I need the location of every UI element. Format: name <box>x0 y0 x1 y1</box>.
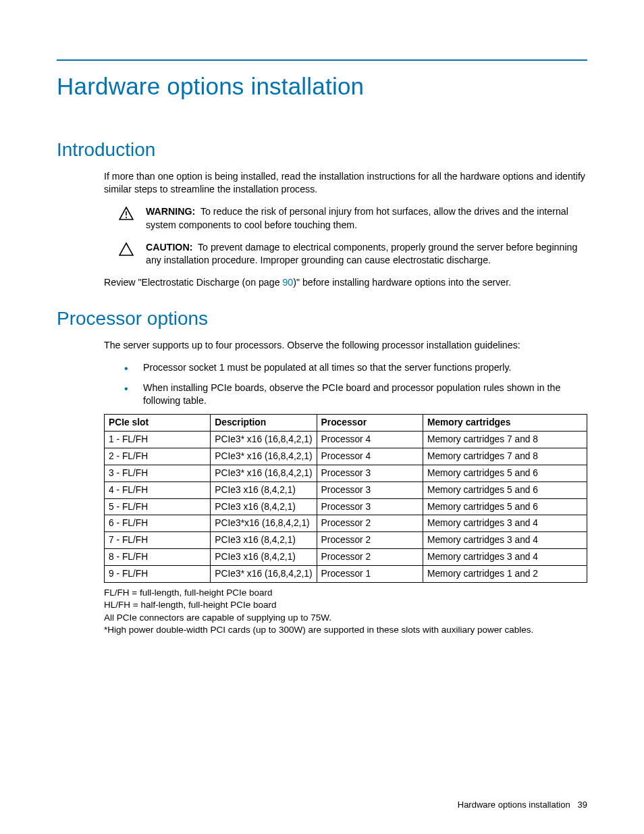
review-after: )" before installing hardware options in… <box>293 277 511 288</box>
table-cell: Memory cartridges 7 and 8 <box>423 431 587 448</box>
footer-title: Hardware options installation <box>458 800 570 810</box>
th-proc: Processor <box>317 414 423 431</box>
table-cell: PCIe3* x16 (16,8,4,2,1) <box>211 448 317 465</box>
table-cell: Processor 3 <box>317 481 423 498</box>
page-link-90[interactable]: 90 <box>282 277 293 288</box>
list-item: Processor socket 1 must be populated at … <box>124 361 587 374</box>
table-cell: 3 - FL/FH <box>105 465 211 481</box>
footnote: FL/FH = full-length, full-height PCIe bo… <box>104 587 587 599</box>
section-processor-heading: Processor options <box>57 308 587 330</box>
table-row: 7 - FL/FHPCIe3 x16 (8,4,2,1)Processor 2M… <box>105 532 587 549</box>
table-cell: Processor 4 <box>317 448 423 465</box>
page-footer: Hardware options installation 39 <box>458 800 587 810</box>
table-cell: Processor 2 <box>317 515 423 532</box>
table-row: 2 - FL/FHPCIe3* x16 (16,8,4,2,1)Processo… <box>105 448 587 465</box>
table-header-row: PCIe slot Description Processor Memory c… <box>105 414 587 431</box>
intro-paragraph: If more than one option is being install… <box>104 170 587 196</box>
warning-admonition: WARNING: To reduce the risk of personal … <box>119 205 587 231</box>
footer-page: 39 <box>578 800 587 810</box>
table-cell: Memory cartridges 3 and 4 <box>423 549 587 566</box>
processor-bullets: Processor socket 1 must be populated at … <box>124 361 587 407</box>
th-desc: Description <box>211 414 317 431</box>
table-row: 5 - FL/FHPCIe3 x16 (8,4,2,1)Processor 3M… <box>105 498 587 515</box>
table-cell: Memory cartridges 5 and 6 <box>423 498 587 515</box>
table-cell: Processor 3 <box>317 498 423 515</box>
table-cell: PCIe3 x16 (8,4,2,1) <box>211 532 317 549</box>
warning-icon <box>119 207 134 220</box>
page-title: Hardware options installation <box>57 73 587 100</box>
title-rule <box>57 59 587 61</box>
footnote: *High power double-width PCI cards (up t… <box>104 624 587 636</box>
table-cell: 7 - FL/FH <box>105 532 211 549</box>
warning-body: To reduce the risk of personal injury fr… <box>146 206 568 230</box>
svg-marker-3 <box>119 243 133 255</box>
table-cell: Memory cartridges 5 and 6 <box>423 465 587 481</box>
th-slot: PCIe slot <box>105 414 211 431</box>
table-row: 4 - FL/FHPCIe3 x16 (8,4,2,1)Processor 3M… <box>105 481 587 498</box>
footnotes: FL/FH = full-length, full-height PCIe bo… <box>104 587 587 636</box>
table-cell: Memory cartridges 1 and 2 <box>423 566 587 583</box>
th-mem: Memory cartridges <box>423 414 587 431</box>
warning-text: WARNING: To reduce the risk of personal … <box>146 205 587 231</box>
table-cell: PCIe3* x16 (16,8,4,2,1) <box>211 465 317 481</box>
table-cell: Processor 2 <box>317 549 423 566</box>
table-cell: Processor 1 <box>317 566 423 583</box>
table-cell: 9 - FL/FH <box>105 566 211 583</box>
table-cell: PCIe3* x16 (16,8,4,2,1) <box>211 566 317 583</box>
caution-body: To prevent damage to electrical componen… <box>146 242 577 265</box>
review-before: Review "Electrostatic Discharge (on page <box>104 277 282 288</box>
table-cell: PCIe3 x16 (8,4,2,1) <box>211 481 317 498</box>
table-cell: Memory cartridges 5 and 6 <box>423 481 587 498</box>
table-row: 6 - FL/FHPCIe3*x16 (16,8,4,2,1)Processor… <box>105 515 587 532</box>
caution-text: CAUTION: To prevent damage to electrical… <box>146 241 587 267</box>
footnote: All PCIe connectors are capable of suppl… <box>104 612 587 624</box>
table-cell: PCIe3 x16 (8,4,2,1) <box>211 498 317 515</box>
table-cell: 1 - FL/FH <box>105 431 211 448</box>
table-cell: 4 - FL/FH <box>105 481 211 498</box>
caution-icon <box>119 242 134 256</box>
table-cell: PCIe3* x16 (16,8,4,2,1) <box>211 431 317 448</box>
table-cell: Memory cartridges 3 and 4 <box>423 515 587 532</box>
table-cell: 8 - FL/FH <box>105 549 211 566</box>
table-row: 3 - FL/FHPCIe3* x16 (16,8,4,2,1)Processo… <box>105 465 587 481</box>
section-introduction-heading: Introduction <box>57 139 587 161</box>
review-paragraph: Review "Electrostatic Discharge (on page… <box>104 276 587 289</box>
table-cell: 5 - FL/FH <box>105 498 211 515</box>
table-cell: Memory cartridges 3 and 4 <box>423 532 587 549</box>
table-cell: PCIe3*x16 (16,8,4,2,1) <box>211 515 317 532</box>
table-cell: Processor 2 <box>317 532 423 549</box>
caution-admonition: CAUTION: To prevent damage to electrical… <box>119 241 587 267</box>
table-cell: 2 - FL/FH <box>105 448 211 465</box>
caution-label: CAUTION: <box>146 242 192 253</box>
table-cell: Processor 3 <box>317 465 423 481</box>
table-row: 1 - FL/FHPCIe3* x16 (16,8,4,2,1)Processo… <box>105 431 587 448</box>
table-cell: 6 - FL/FH <box>105 515 211 532</box>
warning-label: WARNING: <box>146 206 195 217</box>
svg-point-2 <box>126 217 127 218</box>
list-item: When installing PCIe boards, observe the… <box>124 382 587 407</box>
table-row: 8 - FL/FHPCIe3 x16 (8,4,2,1)Processor 2M… <box>105 549 587 566</box>
processor-paragraph: The server supports up to four processor… <box>104 339 587 352</box>
table-cell: Processor 4 <box>317 431 423 448</box>
table-cell: Memory cartridges 7 and 8 <box>423 448 587 465</box>
pcie-table: PCIe slot Description Processor Memory c… <box>104 414 587 583</box>
table-row: 9 - FL/FHPCIe3* x16 (16,8,4,2,1)Processo… <box>105 566 587 583</box>
footnote: HL/FH = half-length, full-height PCIe bo… <box>104 599 587 611</box>
table-cell: PCIe3 x16 (8,4,2,1) <box>211 549 317 566</box>
